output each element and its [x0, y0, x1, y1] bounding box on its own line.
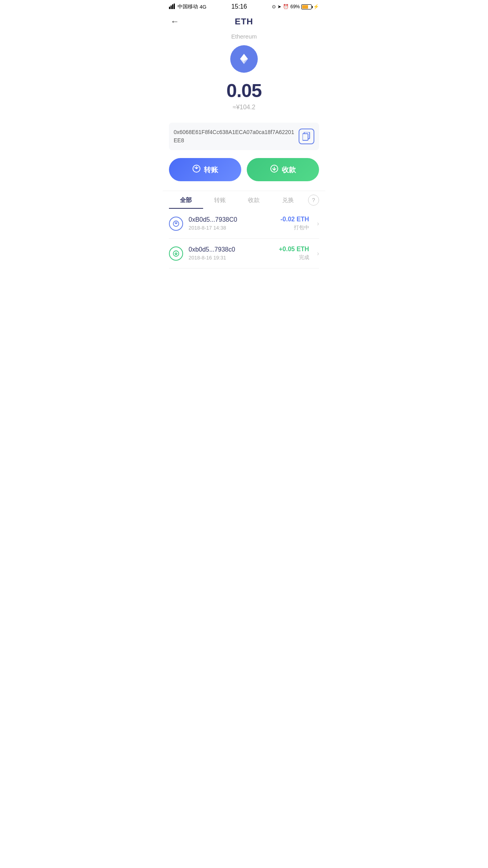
action-buttons: 转账 收款	[163, 158, 325, 191]
tx-amount: -0.02 ETH	[281, 216, 309, 223]
alarm-icon: ⏰	[283, 4, 289, 9]
status-left: 中国移动 4G	[169, 3, 206, 10]
help-button[interactable]: ?	[308, 195, 319, 206]
svg-rect-0	[169, 7, 170, 9]
chevron-right-icon: ›	[317, 250, 319, 257]
receive-tx-icon	[169, 246, 183, 261]
tab-transfer[interactable]: 转账	[203, 191, 237, 209]
network-label: 4G	[200, 4, 206, 10]
svg-rect-3	[174, 4, 175, 9]
receive-button[interactable]: 收款	[247, 158, 319, 181]
balance-amount: 0.05	[226, 80, 261, 101]
receive-label: 收款	[282, 165, 296, 175]
tx-status: 完成	[299, 254, 309, 261]
carrier-label: 中国移动	[178, 3, 198, 10]
location-icon: ➤	[277, 4, 281, 9]
svg-rect-2	[172, 4, 173, 9]
tab-exchange-label: 兑换	[282, 197, 294, 203]
tx-info: 0xB0d5...7938C0 2018-8-17 14:38	[189, 216, 275, 231]
lock-icon: ⊙	[272, 4, 276, 9]
table-row[interactable]: 0xB0d5...7938C0 2018-8-17 14:38 -0.02 ET…	[169, 209, 319, 239]
table-row[interactable]: 0xb0d5...7938c0 2018-8-16 19:31 +0.05 ET…	[169, 239, 319, 268]
page-title: ETH	[235, 17, 253, 27]
tab-transfer-label: 转账	[214, 197, 226, 203]
svg-marker-7	[244, 54, 248, 61]
tx-status: 打包中	[294, 224, 309, 231]
battery-percent: 69%	[290, 4, 300, 9]
eth-diamond-icon	[237, 52, 251, 66]
coin-subtitle: Ethereum	[231, 33, 257, 40]
status-bar: 中国移动 4G 15:16 ⊙ ➤ ⏰ 69% ⚡	[163, 0, 325, 12]
receive-icon	[270, 164, 279, 175]
status-time: 15:16	[231, 3, 247, 10]
transfer-label: 转账	[204, 165, 218, 175]
charging-icon: ⚡	[313, 4, 319, 9]
wallet-address: 0x6068E61F8f4Cc638A1ECA07a0ca18f7A62201E…	[174, 128, 295, 145]
tx-date: 2018-8-16 19:31	[189, 255, 273, 261]
chevron-right-icon: ›	[317, 220, 319, 227]
copy-address-button[interactable]	[299, 129, 314, 144]
tab-receive[interactable]: 收款	[237, 191, 271, 209]
address-section: 0x6068E61F8f4Cc638A1ECA07a0ca18f7A62201E…	[169, 123, 319, 150]
tx-info: 0xb0d5...7938c0 2018-8-16 19:31	[189, 246, 273, 261]
transfer-button[interactable]: 转账	[169, 158, 241, 181]
status-right: ⊙ ➤ ⏰ 69% ⚡	[272, 4, 319, 9]
svg-rect-10	[303, 134, 308, 140]
tab-exchange[interactable]: 兑换	[271, 191, 305, 209]
eth-logo	[230, 45, 258, 73]
battery-icon	[301, 4, 312, 9]
filter-tabs: 全部 转账 收款 兑换 ?	[163, 191, 325, 209]
svg-rect-1	[171, 6, 172, 9]
copy-icon	[303, 132, 310, 141]
signal-icon	[169, 4, 176, 10]
tx-address: 0xb0d5...7938c0	[189, 246, 273, 253]
tab-all-label: 全部	[180, 197, 192, 203]
tx-address: 0xB0d5...7938C0	[189, 216, 275, 223]
tab-receive-label: 收款	[248, 197, 260, 203]
tx-amount: +0.05 ETH	[279, 246, 309, 253]
battery-tip	[312, 6, 313, 8]
battery-fill	[302, 5, 308, 9]
transaction-list: 0xB0d5...7938C0 2018-8-17 14:38 -0.02 ET…	[163, 209, 325, 268]
tx-date: 2018-8-17 14:38	[189, 225, 275, 231]
tab-all[interactable]: 全部	[169, 191, 203, 209]
back-button[interactable]: ←	[169, 15, 181, 28]
coin-section: Ethereum 0.05 ≈¥104.2	[163, 30, 325, 119]
tx-amount-col: +0.05 ETH 完成	[279, 246, 309, 261]
help-icon: ?	[312, 197, 315, 203]
send-icon	[169, 217, 183, 231]
balance-cny: ≈¥104.2	[233, 104, 255, 111]
svg-marker-8	[240, 54, 244, 61]
tx-amount-col: -0.02 ETH 打包中	[281, 216, 309, 231]
transfer-icon	[192, 164, 201, 175]
header: ← ETH	[163, 12, 325, 30]
